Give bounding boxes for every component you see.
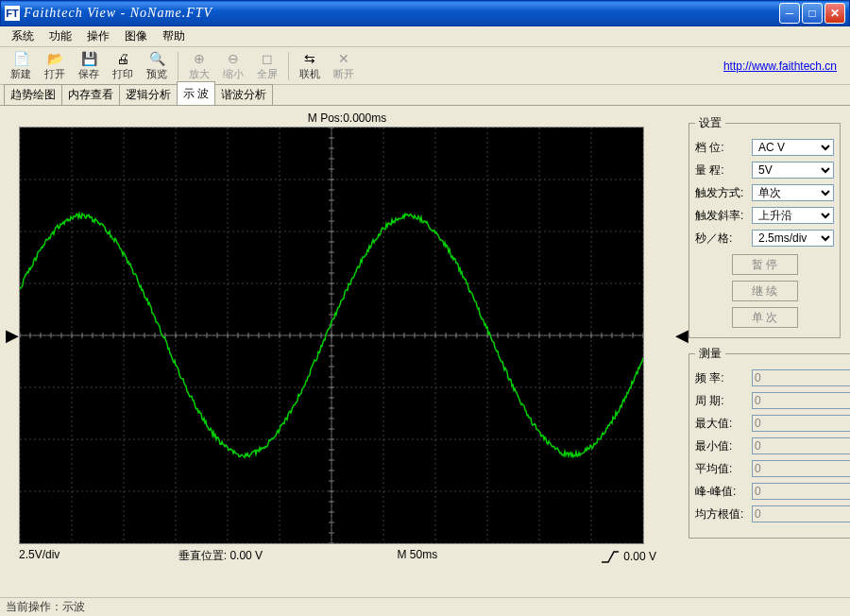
- scope-footer: 2.5V/div 垂直位置: 0.00 V M 50ms 0.00 V: [19, 544, 675, 568]
- fullscreen-button-label: 全屏: [257, 67, 278, 81]
- pause-button[interactable]: 暂 停: [732, 254, 798, 275]
- minimize-button[interactable]: ─: [779, 3, 800, 24]
- new-button-label: 新建: [10, 67, 31, 81]
- measure-row-6: 均方根值:V: [695, 505, 850, 522]
- zoomin-button: ⊕放大: [182, 49, 216, 83]
- link-area: http://www.faithtech.cn: [723, 60, 846, 73]
- settings-group: 设置 档 位: AC V 量 程: 5V 触发方式: 单次 触发斜率: 上升沿 …: [688, 115, 841, 338]
- print-button[interactable]: 🖨打印: [106, 49, 140, 83]
- range-select[interactable]: 5V: [752, 162, 834, 179]
- trigger-slope-icon: [601, 550, 620, 563]
- measure-value-0: [752, 369, 850, 386]
- zoomin-button-icon: ⊕: [191, 50, 208, 67]
- app-icon: FT: [5, 6, 20, 21]
- trigmode-label: 触发方式:: [695, 185, 748, 201]
- titlebar: FT Faithtech View - NoName.FTV ─ □ ✕: [0, 0, 850, 26]
- preview-button-icon: 🔍: [148, 50, 165, 67]
- online-button[interactable]: ⇆联机: [293, 49, 327, 83]
- tab-0[interactable]: 趋势绘图: [4, 84, 62, 105]
- new-button[interactable]: 📄新建: [4, 49, 38, 83]
- measure-row-5: 峰-峰值:V: [695, 483, 850, 500]
- marker-right-icon[interactable]: ◀: [675, 325, 688, 346]
- measure-legend: 测量: [695, 346, 725, 362]
- menu-2[interactable]: 操作: [79, 26, 117, 46]
- measure-label-0: 频 率:: [695, 370, 748, 386]
- scope-canvas[interactable]: [19, 127, 644, 544]
- open-button-icon: 📂: [46, 50, 63, 67]
- measure-value-4: [752, 460, 850, 477]
- measure-label-3: 最小值:: [695, 438, 748, 454]
- gear-select[interactable]: AC V: [752, 139, 834, 156]
- continue-button[interactable]: 继 续: [732, 281, 798, 301]
- statusbar: 当前操作：示波: [0, 597, 850, 616]
- marker-top-icon[interactable]: ▼: [339, 125, 356, 145]
- save-button-label: 保存: [78, 67, 99, 81]
- status-text: 当前操作：示波: [6, 599, 85, 615]
- timediv-select[interactable]: 2.5ms/div: [752, 230, 834, 247]
- offline-button-icon: ✕: [335, 50, 352, 67]
- toolbar-separator: [178, 52, 178, 80]
- trigslope-label: 触发斜率:: [695, 208, 748, 224]
- timediv-label: 秒／格:: [695, 231, 748, 247]
- new-button-icon: 📄: [12, 50, 29, 67]
- zoomout-button-icon: ⊖: [225, 50, 242, 67]
- vertical-position-label: 垂直位置: 0.00 V: [178, 548, 338, 564]
- print-button-label: 打印: [112, 67, 133, 81]
- tab-2[interactable]: 逻辑分析: [119, 84, 178, 105]
- tab-1[interactable]: 内存查看: [61, 84, 120, 105]
- save-button[interactable]: 💾保存: [72, 49, 106, 83]
- menu-4[interactable]: 帮助: [155, 26, 193, 46]
- open-button-label: 打开: [44, 67, 65, 81]
- settings-legend: 设置: [695, 115, 725, 131]
- side-panel: 设置 档 位: AC V 量 程: 5V 触发方式: 单次 触发斜率: 上升沿 …: [685, 106, 850, 597]
- gear-label: 档 位:: [695, 140, 748, 156]
- tab-4[interactable]: 谐波分析: [214, 84, 273, 105]
- scope-area: M Pos:0.000ms ▼ ▶ ◀ 2.5V/div 垂直位置: 0.00 …: [0, 106, 685, 597]
- zoomout-button: ⊖缩小: [216, 49, 250, 83]
- preview-button[interactable]: 🔍预览: [140, 49, 174, 83]
- measure-value-6: [752, 505, 850, 522]
- measure-label-1: 周 期:: [695, 393, 748, 409]
- measure-row-3: 最小值:V: [695, 437, 850, 454]
- measure-value-1: [752, 392, 850, 409]
- zoomin-button-label: 放大: [189, 67, 210, 81]
- close-button[interactable]: ✕: [824, 3, 845, 24]
- print-button-icon: 🖨: [114, 50, 131, 67]
- tab-3[interactable]: 示 波: [177, 81, 215, 105]
- website-link[interactable]: http://www.faithtech.cn: [723, 60, 837, 73]
- menu-1[interactable]: 功能: [42, 26, 79, 46]
- marker-left-icon[interactable]: ▶: [6, 325, 19, 346]
- open-button[interactable]: 📂打开: [38, 49, 72, 83]
- measure-group: 测量 频 率:Hz周 期:ms最大值:V最小值:V平均值:V峰-峰值:V均方根值…: [688, 346, 850, 539]
- offline-button-label: 断开: [333, 67, 354, 81]
- toolbar: 📄新建📂打开💾保存🖨打印🔍预览⊕放大⊖缩小◻全屏⇆联机✕断开 http://ww…: [0, 47, 850, 85]
- trigslope-select[interactable]: 上升沿: [752, 207, 834, 224]
- measure-label-2: 最大值:: [695, 416, 748, 432]
- toolbar-separator: [288, 52, 289, 80]
- measure-label-5: 峰-峰值:: [695, 484, 748, 500]
- measure-row-4: 平均值:V: [695, 460, 850, 477]
- range-label: 量 程:: [695, 163, 748, 179]
- measure-label-4: 平均值:: [695, 461, 748, 477]
- trigmode-select[interactable]: 单次: [752, 184, 834, 201]
- measure-value-5: [752, 483, 850, 500]
- timebase-label: M 50ms: [338, 548, 498, 564]
- menu-0[interactable]: 系统: [4, 26, 42, 46]
- window-title: Faithtech View - NoName.FTV: [24, 6, 779, 21]
- preview-button-label: 预览: [146, 67, 167, 81]
- maximize-button[interactable]: □: [802, 3, 823, 24]
- tabbar: 趋势绘图内存查看逻辑分析示 波谐波分析: [0, 85, 850, 106]
- fullscreen-button-icon: ◻: [259, 50, 276, 67]
- measure-value-2: [752, 415, 850, 432]
- menubar: 系统功能操作图像帮助: [0, 26, 850, 47]
- scope-canvas-wrap: ▼ ▶ ◀: [19, 127, 675, 544]
- online-button-icon: ⇆: [301, 50, 318, 67]
- online-button-label: 联机: [299, 67, 320, 81]
- measure-row-2: 最大值:V: [695, 415, 850, 432]
- menu-3[interactable]: 图像: [117, 26, 155, 46]
- zoomout-button-label: 缩小: [223, 67, 244, 81]
- save-button-icon: 💾: [80, 50, 97, 67]
- single-button[interactable]: 单 次: [732, 307, 798, 328]
- measure-row-1: 周 期:ms: [695, 392, 850, 409]
- measure-value-3: [752, 437, 850, 454]
